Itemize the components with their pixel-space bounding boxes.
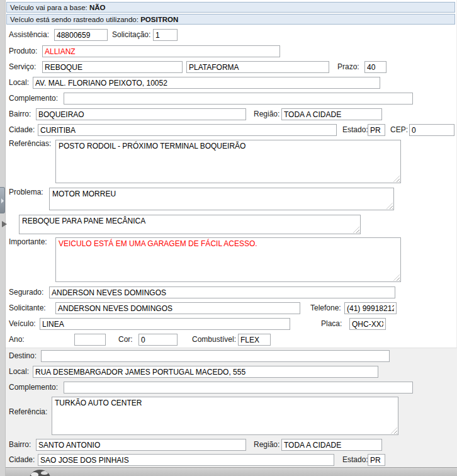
assistencia-label: Assistência: — [9, 29, 49, 41]
splitter-handle[interactable] — [0, 187, 5, 213]
telefone-label: Telefone: — [310, 302, 341, 314]
local-origem-input[interactable] — [33, 77, 380, 89]
produto-input[interactable] — [42, 45, 280, 57]
complemento-origem-input[interactable] — [64, 93, 413, 105]
veiculo-label: Veículo: — [9, 318, 36, 330]
destino-input[interactable] — [41, 350, 390, 362]
local-destino-input[interactable] — [33, 366, 378, 378]
local-destino-label: Local: — [9, 366, 29, 378]
globe-landmass — [31, 472, 38, 476]
regiao-origem-input[interactable] — [281, 108, 382, 120]
problema-label: Problema: — [9, 186, 43, 198]
cidade-destino-input[interactable] — [38, 454, 334, 466]
assistance-form-page: Veículo vai para a base: NÃO Veículo est… — [0, 0, 457, 476]
estado-destino-input[interactable] — [368, 454, 385, 466]
globe-landmass — [41, 471, 48, 475]
cidade-origem-label: Cidade: — [9, 124, 35, 136]
solicitante-input[interactable] — [55, 302, 300, 314]
combustivel-label: Combustível: — [192, 334, 236, 346]
base-info-label: Veículo vai para a base: — [10, 4, 87, 11]
estado-destino-label: Estado: — [342, 454, 368, 466]
placa-label: Placa: — [321, 318, 342, 330]
left-splitter-strip — [0, 0, 6, 476]
ano-label: Ano: — [9, 334, 25, 346]
telefone-input[interactable] — [344, 302, 397, 314]
servico-tipo-input[interactable] — [186, 61, 329, 73]
veiculo-input[interactable] — [40, 318, 290, 330]
estado-origem-input[interactable] — [368, 124, 385, 136]
cor-label: Cor: — [118, 334, 133, 346]
tracking-info-value: POSITRON — [140, 16, 178, 23]
referencia-destino-label: Referência: — [9, 406, 47, 418]
problema-textarea[interactable]: MOTOR MORREU — [49, 188, 394, 210]
cor-input[interactable] — [138, 334, 178, 346]
importante-label: Importante: — [9, 236, 47, 248]
form-content: Veículo vai para a base: NÃO Veículo est… — [6, 0, 457, 476]
regiao-origem-label: Região: — [254, 108, 279, 120]
cep-label: CEP: — [390, 124, 408, 136]
base-info-value: NÃO — [89, 4, 106, 11]
servico-input[interactable] — [42, 61, 183, 73]
tracking-info-bar: Veículo está sendo rastreado utilizando:… — [6, 14, 455, 25]
local-origem-label: Local: — [9, 77, 29, 89]
referencia-destino-textarea[interactable]: TURKÃO AUTO CENTER — [52, 397, 398, 435]
regiao-destino-label: Região: — [254, 439, 279, 451]
tracking-info-label: Veículo está sendo rastreado utilizando: — [10, 16, 138, 23]
segurado-input[interactable] — [49, 286, 395, 298]
base-info-bar: Veículo vai para a base: NÃO — [6, 2, 455, 13]
placa-input[interactable] — [349, 318, 386, 330]
bairro-destino-input[interactable] — [36, 439, 246, 451]
cidade-origem-input[interactable] — [38, 124, 337, 136]
combustivel-input[interactable] — [238, 334, 271, 346]
complemento-destino-input[interactable] — [64, 382, 413, 394]
solicitacao-label: Solicitação: — [112, 29, 150, 41]
segurado-label: Segurado: — [9, 286, 43, 298]
referencias-label: Referências: — [9, 138, 51, 150]
bairro-destino-label: Bairro: — [9, 439, 31, 451]
chevron-right-icon — [1, 198, 4, 203]
solicitacao-input[interactable] — [153, 29, 178, 41]
ano-input[interactable] — [74, 334, 106, 346]
complemento-origem-label: Complemento: — [9, 93, 58, 105]
regiao-destino-input[interactable] — [281, 439, 382, 451]
bairro-origem-label: Bairro: — [9, 108, 31, 120]
prazo-label: Prazo: — [337, 61, 359, 73]
cep-input[interactable] — [409, 124, 454, 136]
estado-origem-label: Estado: — [342, 124, 368, 136]
bairro-origem-input[interactable] — [36, 108, 246, 120]
servico-label: Serviço: — [9, 61, 36, 73]
destino-label: Destino: — [9, 350, 37, 362]
globe-map-icon[interactable] — [30, 470, 50, 476]
referencias-textarea[interactable]: POSTO RODOIL - PRÓXIMO TERMINAL BOQUEIRÃ… — [55, 140, 401, 183]
cidade-destino-label: Cidade: — [9, 454, 35, 466]
importante-textarea[interactable]: VEICULO ESTÁ EM UMA GARAGEM DE FÁCIL ACE… — [55, 237, 401, 282]
produto-label: Produto: — [9, 45, 37, 57]
observacao-textarea[interactable]: REBOQUE PARA PANE MECÂNICA — [19, 215, 361, 234]
assistencia-input[interactable] — [54, 29, 108, 41]
prazo-input[interactable] — [364, 61, 386, 73]
solicitante-label: Solicitante: — [9, 302, 46, 314]
complemento-destino-label: Complemento: — [9, 382, 58, 394]
bottom-status-bar — [6, 467, 457, 476]
